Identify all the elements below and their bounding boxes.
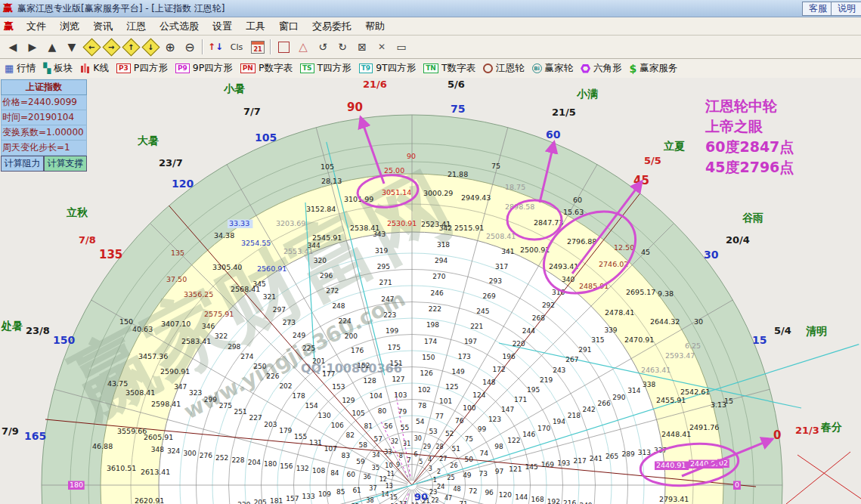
module-9p-square[interactable]: P99P四方形	[175, 62, 233, 75]
rotate-ccw-icon[interactable]: ↺	[313, 38, 333, 56]
svg-text:77: 77	[435, 413, 444, 420]
menu-bar: 赢 文件浏览资讯江恩公式选股设置工具窗口交易委托帮助	[0, 17, 861, 36]
svg-text:34: 34	[372, 452, 379, 459]
module-winner-wheel[interactable]: Bi赢家轮	[532, 62, 574, 75]
pan-down-icon[interactable]: ↓	[141, 38, 160, 56]
svg-text:290: 290	[612, 394, 625, 401]
menu-item-3[interactable]: 江恩	[119, 19, 153, 33]
svg-text:340: 340	[562, 276, 575, 283]
svg-text:174: 174	[424, 338, 437, 345]
svg-text:2448.41: 2448.41	[661, 430, 691, 438]
rotate-cw-icon[interactable]: ↻	[333, 38, 352, 56]
step-row: 周天变化步长=1	[1, 141, 87, 156]
svg-text:3559.66: 3559.66	[117, 427, 147, 435]
module-kline[interactable]: K线	[80, 62, 109, 75]
svg-text:21/6: 21/6	[363, 79, 387, 90]
svg-text:2523.41: 2523.41	[421, 220, 451, 228]
svg-text:223: 223	[383, 311, 396, 319]
svg-text:105: 105	[352, 410, 364, 417]
zoom-in-icon[interactable]: ⊕	[160, 38, 180, 56]
module-p-square[interactable]: P3P四方形	[116, 62, 168, 75]
svg-text:135: 135	[171, 249, 184, 257]
svg-text:300: 300	[183, 450, 196, 457]
module-t-square[interactable]: TST四方形	[300, 62, 352, 75]
p-table-badge-icon: PN	[240, 63, 256, 73]
svg-text:30: 30	[694, 317, 703, 326]
updown-marks-icon[interactable]: ↑↓	[206, 38, 225, 56]
customer-service-button[interactable]: 客服	[802, 2, 834, 16]
pan-up-icon[interactable]: ↑	[121, 38, 141, 56]
svg-text:180: 180	[264, 460, 277, 468]
factor-row: 变换系数=1.00000	[1, 125, 87, 141]
svg-text:252: 252	[215, 454, 228, 462]
menu-item-9[interactable]: 帮助	[358, 19, 392, 33]
module-p-table[interactable]: PNP数字表	[240, 62, 293, 75]
svg-text:74: 74	[479, 450, 488, 457]
module-winner-service[interactable]: $赢家服务	[630, 62, 678, 75]
menu-item-1[interactable]: 浏览	[53, 19, 86, 33]
svg-text:265: 265	[605, 453, 618, 460]
nav-left-icon[interactable]: ◀	[3, 38, 23, 56]
calc-support-button[interactable]: 计算支撑	[44, 156, 87, 172]
module-9t-square[interactable]: T99T四方形	[359, 62, 417, 75]
svg-text:120: 120	[172, 178, 194, 190]
cls-icon[interactable]: Cls	[225, 38, 248, 56]
svg-text:3407.10: 3407.10	[161, 320, 190, 328]
pan-right-icon[interactable]: →	[101, 38, 121, 56]
menu-item-0[interactable]: 文件	[20, 19, 53, 33]
menu-item-5[interactable]: 设置	[206, 19, 239, 33]
svg-text:23/8: 23/8	[26, 325, 50, 336]
svg-text:33: 33	[384, 449, 392, 456]
svg-text:245: 245	[476, 308, 489, 315]
center-cross-icon[interactable]: ✕	[372, 38, 392, 56]
shape-square-icon[interactable]	[274, 38, 293, 56]
svg-text:71: 71	[459, 500, 467, 504]
svg-text:341: 341	[501, 248, 514, 255]
menu-item-6[interactable]: 工具	[239, 19, 272, 33]
svg-text:194: 194	[553, 418, 565, 425]
svg-text:小暑: 小暑	[223, 82, 245, 94]
svg-text:251: 251	[234, 408, 247, 416]
nav-right-icon[interactable]: ▶	[23, 38, 42, 56]
svg-text:165: 165	[24, 430, 46, 442]
svg-text:125: 125	[445, 383, 458, 391]
module-t-table[interactable]: TNT数字表	[423, 62, 475, 75]
svg-text:46.88: 46.88	[92, 442, 113, 450]
svg-text:150: 150	[53, 334, 75, 346]
help-doc-button[interactable]: 说明	[831, 2, 861, 16]
svg-text:49: 49	[463, 472, 472, 479]
svg-text:12: 12	[379, 476, 387, 483]
menu-item-8[interactable]: 交易委托	[305, 19, 358, 33]
svg-text:200: 200	[345, 332, 358, 340]
svg-text:199: 199	[386, 327, 398, 335]
svg-text:321: 321	[263, 293, 276, 301]
module-quotes[interactable]: ▦行情	[5, 62, 36, 75]
svg-text:6: 6	[413, 451, 417, 458]
calc-resistance-button[interactable]: 计算阻力	[1, 156, 44, 172]
menu-item-2[interactable]: 资讯	[86, 19, 119, 33]
svg-text:132: 132	[296, 465, 309, 472]
svg-text:75: 75	[491, 162, 500, 170]
svg-text:103: 103	[394, 391, 407, 399]
kline-icon	[80, 63, 90, 74]
module-hexagon[interactable]: 六角形	[581, 62, 622, 75]
calendar-icon[interactable]: 21	[248, 38, 268, 56]
svg-text:144: 144	[515, 493, 528, 501]
module-gann-wheel[interactable]: 江恩轮	[483, 62, 525, 75]
fit-window-icon[interactable]: ⊠	[352, 38, 372, 56]
svg-text:73: 73	[479, 470, 487, 478]
svg-text:2491.76: 2491.76	[689, 423, 719, 431]
pan-left-icon[interactable]: ←	[82, 38, 101, 56]
menu-item-4[interactable]: 公式选股	[153, 19, 206, 33]
menu-item-7[interactable]: 窗口	[272, 19, 305, 33]
svg-text:268: 268	[532, 314, 545, 322]
svg-text:2463.41: 2463.41	[641, 366, 671, 374]
nav-up-icon[interactable]: ▲	[42, 38, 62, 56]
nav-down-icon[interactable]: ▼	[62, 38, 82, 56]
module-sectors[interactable]: ▚板块	[43, 62, 73, 75]
shape-triangle-icon[interactable]: △	[293, 38, 313, 56]
svg-text:37: 37	[369, 485, 376, 492]
zoom-out-icon[interactable]: ⊖	[180, 38, 200, 56]
clear-board-icon[interactable]: ▭	[392, 38, 411, 56]
svg-text:150: 150	[119, 317, 133, 326]
